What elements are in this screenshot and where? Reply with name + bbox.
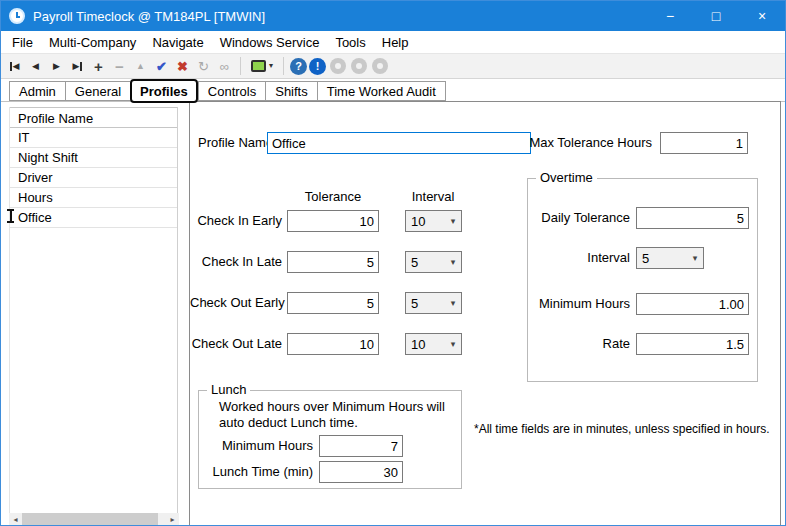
chevron-down-icon: ▾ — [445, 257, 461, 267]
tab-time-worked-audit[interactable]: Time Worked Audit — [317, 81, 446, 101]
add-record-button[interactable]: + — [89, 56, 108, 76]
list-item[interactable]: Driver — [10, 168, 177, 188]
list-item[interactable]: Night Shift — [10, 148, 177, 168]
list-item[interactable]: IT — [10, 128, 177, 148]
tab-admin[interactable]: Admin — [9, 81, 65, 101]
daily-tolerance-input[interactable] — [636, 207, 749, 229]
menu-bar: File Multi-Company Navigate Windows Serv… — [1, 31, 785, 53]
tab-shifts[interactable]: Shifts — [265, 81, 317, 101]
chevron-down-icon: ▾ — [445, 298, 461, 308]
interval-column-header: Interval — [400, 186, 466, 208]
help-button[interactable]: ? — [290, 58, 307, 75]
tab-profiles[interactable]: Profiles — [130, 79, 198, 103]
cross-icon: ✖ — [177, 59, 188, 74]
last-bar-icon — [80, 62, 82, 71]
combo-value: 5 — [406, 255, 445, 270]
menu-file[interactable]: File — [4, 31, 41, 53]
app-window: Payroll Timeclock @ TM184PL [TMWIN] − □ … — [0, 0, 786, 526]
toolbar: ◀ ◀ ▶ ▶ + − ▲ ✔ ✖ ↻ ∞ ▾ ? ! — [1, 53, 785, 79]
lunch-description: Worked hours over Minimum Hours will aut… — [219, 399, 447, 431]
menu-multi-company[interactable]: Multi-Company — [41, 31, 144, 53]
check-in-early-tolerance-input[interactable] — [287, 210, 379, 232]
check-in-late-tolerance-input[interactable] — [287, 251, 379, 273]
settings-button-1[interactable] — [328, 56, 347, 76]
rate-input[interactable] — [636, 333, 749, 355]
check-out-late-label: Check Out Late — [190, 333, 282, 355]
lunch-minimum-hours-label: Minimum Hours — [199, 435, 313, 457]
info-button[interactable]: ! — [309, 58, 326, 75]
minus-icon: − — [115, 58, 124, 75]
check-out-late-interval-select[interactable]: 10 ▾ — [405, 333, 462, 355]
scroll-left-icon[interactable]: ◂ — [9, 513, 22, 526]
profile-name-label: Profile Name — [198, 132, 273, 154]
check-in-late-interval-select[interactable]: 5 ▾ — [405, 251, 462, 273]
minimize-button[interactable]: − — [647, 1, 693, 31]
check-out-early-label: Check Out Early — [190, 292, 282, 314]
profile-list: Profile Name IT Night Shift Driver Hours… — [9, 107, 178, 513]
overtime-group: Overtime Daily Tolerance Interval 5 ▾ Mi… — [527, 178, 758, 382]
max-tolerance-hours-input[interactable] — [660, 132, 748, 154]
menu-tools[interactable]: Tools — [327, 31, 373, 53]
toolbar-separator — [240, 57, 241, 75]
list-item[interactable]: Office — [10, 208, 177, 228]
nav-next-button[interactable]: ▶ — [47, 56, 66, 76]
link-icon: ∞ — [220, 59, 229, 74]
chevron-down-icon: ▾ — [445, 339, 461, 349]
info-icon: ! — [316, 60, 320, 72]
lunch-group: Lunch Worked hours over Minimum Hours wi… — [198, 390, 462, 489]
settings-button-2[interactable] — [349, 56, 368, 76]
refresh-icon: ↻ — [198, 59, 209, 74]
save-button[interactable]: ✔ — [152, 56, 171, 76]
profile-name-input[interactable] — [267, 132, 531, 154]
tab-controls[interactable]: Controls — [198, 81, 265, 101]
lunch-group-title: Lunch — [207, 382, 250, 397]
check-in-early-interval-select[interactable]: 10 ▾ — [405, 210, 462, 232]
menu-navigate[interactable]: Navigate — [144, 31, 211, 53]
nav-first-icon: ◀ — [13, 62, 20, 71]
nav-last-icon: ▶ — [73, 62, 80, 71]
list-item[interactable]: Hours — [10, 188, 177, 208]
scrollbar-thumb[interactable] — [22, 513, 158, 526]
check-out-early-tolerance-input[interactable] — [287, 292, 379, 314]
combo-value: 10 — [406, 337, 445, 352]
nav-prev-button[interactable]: ◀ — [26, 56, 45, 76]
horizontal-scrollbar[interactable]: ◂ ▸ — [9, 513, 179, 526]
gear-icon — [351, 58, 367, 74]
overtime-interval-select[interactable]: 5 ▾ — [636, 247, 704, 269]
daily-tolerance-label: Daily Tolerance — [528, 207, 630, 229]
combo-value: 5 — [406, 296, 445, 311]
toolbar-separator — [283, 57, 284, 75]
overtime-minimum-hours-input[interactable] — [636, 293, 749, 315]
delete-record-button[interactable]: − — [110, 56, 129, 76]
link-button[interactable]: ∞ — [215, 56, 234, 76]
settings-button-3[interactable] — [370, 56, 389, 76]
screen-dropdown-button[interactable]: ▾ — [247, 56, 277, 76]
overtime-group-title: Overtime — [536, 170, 597, 185]
window-title: Payroll Timeclock @ TM184PL [TMWIN] — [33, 9, 265, 24]
lunch-time-input[interactable] — [319, 461, 403, 483]
refresh-button[interactable]: ↻ — [194, 56, 213, 76]
tab-general[interactable]: General — [65, 81, 130, 101]
help-icon: ? — [295, 60, 302, 72]
nav-first-button[interactable]: ◀ — [5, 56, 24, 76]
title-bar: Payroll Timeclock @ TM184PL [TMWIN] − □ … — [1, 1, 785, 31]
menu-windows-service[interactable]: Windows Service — [212, 31, 328, 53]
window-controls: − □ × — [647, 1, 785, 31]
check-out-early-interval-select[interactable]: 5 ▾ — [405, 292, 462, 314]
chevron-down-icon: ▾ — [687, 253, 703, 263]
menu-help[interactable]: Help — [374, 31, 417, 53]
rate-label: Rate — [528, 333, 630, 355]
move-up-button[interactable]: ▲ — [131, 56, 150, 76]
overtime-interval-label: Interval — [528, 247, 630, 269]
close-button[interactable]: × — [739, 1, 785, 31]
overtime-minimum-hours-label: Minimum Hours — [528, 293, 630, 315]
lunch-minimum-hours-input[interactable] — [319, 435, 403, 457]
check-in-early-label: Check In Early — [190, 210, 282, 232]
cancel-button[interactable]: ✖ — [173, 56, 192, 76]
profiles-panel: Profile Name Max Tolerance Hours Toleran… — [189, 101, 781, 526]
scroll-right-icon[interactable]: ▸ — [166, 513, 179, 526]
tab-strip: Admin General Profiles Controls Shifts T… — [9, 81, 446, 101]
check-out-late-tolerance-input[interactable] — [287, 333, 379, 355]
maximize-button[interactable]: □ — [693, 1, 739, 31]
nav-last-button[interactable]: ▶ — [68, 56, 87, 76]
